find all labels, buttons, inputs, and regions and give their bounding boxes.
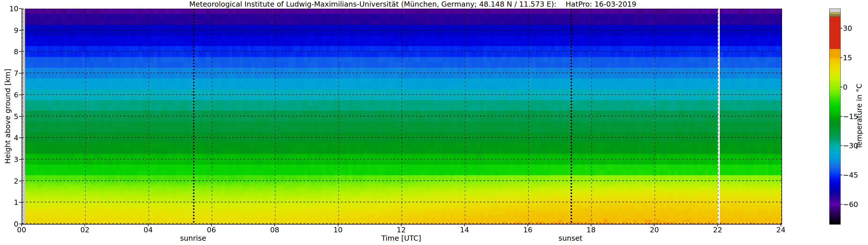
x-gridline xyxy=(528,9,529,224)
y-tick-label: 2 xyxy=(0,177,19,185)
figure: Meteorological Institute of Ludwig-Maxim… xyxy=(0,0,868,245)
x-gridline xyxy=(212,9,212,224)
y-tick-label: 1 xyxy=(0,198,19,207)
colorbar-tick-mark xyxy=(840,57,842,58)
y-gridline xyxy=(22,30,781,30)
colorbar-tick-mark xyxy=(840,87,842,88)
colorbar-label: Temperature in °C xyxy=(855,9,863,224)
x-tick-label: 04 xyxy=(137,226,160,234)
y-gridline xyxy=(22,94,781,95)
x-gridline xyxy=(338,9,339,224)
y-tick-mark xyxy=(19,202,22,203)
y-tick-label: 4 xyxy=(0,134,19,142)
y-tick-mark xyxy=(19,30,22,31)
y-gridline xyxy=(22,116,781,116)
x-tick-label: 06 xyxy=(200,226,223,234)
x-tick-label: 18 xyxy=(580,226,602,234)
y-tick-mark xyxy=(19,181,22,181)
x-tick-label: 02 xyxy=(73,226,96,234)
x-tick-label: 24 xyxy=(769,226,793,234)
sunset-line xyxy=(570,9,572,224)
y-tick-mark xyxy=(19,51,22,52)
y-tick-label: 6 xyxy=(0,91,19,99)
x-tick-label: 08 xyxy=(263,226,286,234)
x-tick-label: 22 xyxy=(706,226,729,234)
y-tick-label: 5 xyxy=(0,112,19,121)
x-tick-label: 14 xyxy=(453,226,476,234)
x-tick-label: 16 xyxy=(516,226,539,234)
y-gridline xyxy=(22,223,781,224)
y-gridline xyxy=(22,159,781,160)
colorbar-tick-mark xyxy=(840,204,842,205)
x-tick-label: 12 xyxy=(390,226,413,234)
x-axis-label: Time [UTC] xyxy=(358,234,444,242)
y-tick-mark xyxy=(19,159,22,160)
colorbar-tick-mark xyxy=(840,116,842,117)
colorbar-tick-mark xyxy=(840,28,842,29)
y-tick-label: 0 xyxy=(0,220,19,228)
x-gridline xyxy=(22,9,23,224)
plot-area xyxy=(22,9,782,224)
x-tick-label: 10 xyxy=(327,226,350,234)
y-tick-label: 9 xyxy=(0,26,19,35)
y-gridline xyxy=(22,51,781,51)
x-gridline xyxy=(654,9,655,224)
y-tick-mark xyxy=(19,8,22,9)
x-tick-label: 20 xyxy=(643,226,666,234)
y-tick-mark xyxy=(19,224,22,224)
y-tick-mark xyxy=(19,73,22,73)
y-gridline xyxy=(22,202,781,202)
y-gridline xyxy=(22,9,781,9)
sunset-annotation: sunset xyxy=(527,234,614,242)
x-gridline xyxy=(149,9,149,224)
colorbar-tick-mark xyxy=(840,175,842,175)
x-gridline xyxy=(718,9,719,224)
x-gridline xyxy=(591,9,592,224)
sunrise-line xyxy=(193,9,194,224)
x-gridline xyxy=(465,9,465,224)
x-gridline xyxy=(402,9,402,224)
y-tick-mark xyxy=(19,138,22,138)
y-gridline xyxy=(22,137,781,138)
y-tick-mark xyxy=(19,116,22,117)
y-tick-mark xyxy=(19,95,22,95)
y-tick-label: 3 xyxy=(0,155,19,164)
y-tick-label: 7 xyxy=(0,69,19,77)
y-gridline xyxy=(22,180,781,181)
colorbar-canvas xyxy=(829,9,841,224)
colorbar-tick-mark xyxy=(840,145,842,146)
x-gridline xyxy=(85,9,86,224)
y-tick-label: 8 xyxy=(0,47,19,56)
x-gridline xyxy=(781,9,782,224)
y-gridline xyxy=(22,73,781,73)
sunrise-annotation: sunrise xyxy=(150,234,236,242)
figure-title: Meteorological Institute of Ludwig-Maxim… xyxy=(22,0,804,8)
x-gridline xyxy=(275,9,276,224)
y-tick-label: 10 xyxy=(0,5,19,13)
